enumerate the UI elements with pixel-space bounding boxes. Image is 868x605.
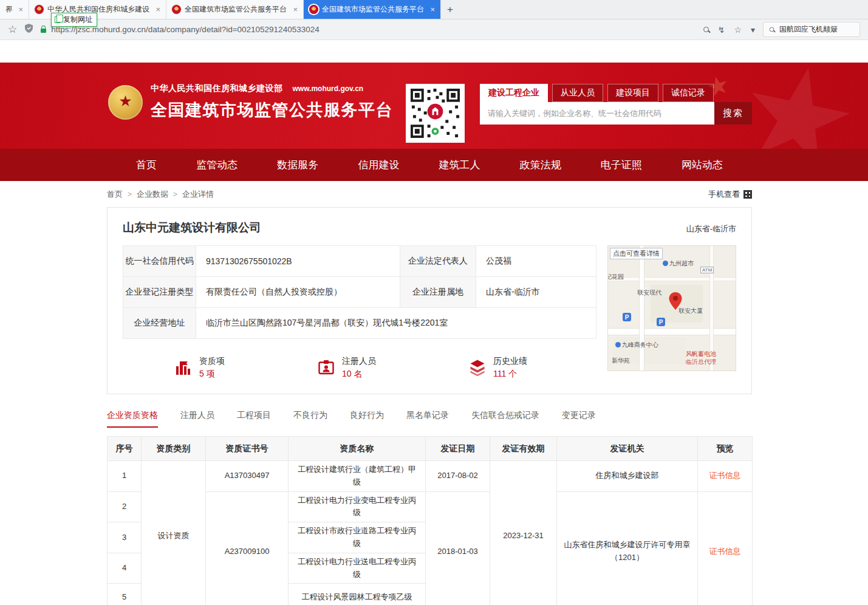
- stat-value: 10 名: [342, 367, 376, 380]
- cell-preview: 证书信息: [698, 491, 753, 605]
- map-label-xinhuayuan: 新华苑: [612, 357, 630, 365]
- platform-title: 全国建筑市场监管公共服务平台: [151, 99, 393, 121]
- company-name: 山东中元建筑设计有限公司: [123, 220, 261, 236]
- map-hint-label: 点击可查看详情: [610, 248, 663, 259]
- layers-icon: [468, 358, 487, 377]
- tab-title: 全国建筑市场监管公共服务平台: [322, 4, 426, 15]
- nav-item-workers[interactable]: 建筑工人: [439, 158, 480, 172]
- certificate-info-link[interactable]: 证书信息: [709, 471, 741, 480]
- col-category: 资质类别: [142, 437, 206, 461]
- search-button[interactable]: 搜索: [714, 102, 752, 125]
- browser-tab-jzsc-1[interactable]: 全国建筑市场监管公共服务平台 ×: [166, 0, 304, 19]
- stat-registered-personnel[interactable]: 注册人员 10 名: [317, 355, 376, 380]
- poi-dot-icon: [615, 342, 621, 347]
- browser-search-box[interactable]: 国航回应飞机颠簸: [763, 22, 860, 37]
- tab-registered-personnel[interactable]: 注册人员: [180, 410, 214, 428]
- nav-item-home[interactable]: 首页: [136, 158, 157, 172]
- chevron-down-icon[interactable]: ▾: [751, 26, 755, 34]
- cell-seq: 4: [108, 553, 142, 584]
- nav-item-data-service[interactable]: 数据服务: [277, 158, 318, 172]
- tab-close-icon[interactable]: ×: [18, 5, 23, 14]
- tab-good-behavior[interactable]: 良好行为: [350, 410, 384, 428]
- tab-blacklist[interactable]: 黑名单记录: [406, 410, 449, 428]
- stat-qualifications[interactable]: 资质项 5 项: [174, 355, 225, 380]
- copy-url-tooltip[interactable]: 复制网址: [51, 13, 97, 27]
- breadcrumb-home[interactable]: 首页: [107, 189, 123, 200]
- tab-dishonesty-records[interactable]: 失信联合惩戒记录: [471, 410, 539, 428]
- cell-valid-until: 2023-12-31: [490, 461, 557, 605]
- map-road: [608, 329, 736, 335]
- header-search-area: 建设工程企业 从业人员 建设项目 诚信记录 搜索: [480, 84, 752, 125]
- stat-label: 历史业绩: [493, 355, 527, 367]
- building-icon: [174, 358, 193, 377]
- browser-tab-partial[interactable]: 界 ×: [0, 0, 29, 19]
- cell-cert-no: A237009100: [206, 491, 289, 605]
- reg-type-label: 企业登记注册类型: [123, 277, 196, 308]
- company-info-table: 统一社会信用代码 91371302675501022B 企业法定代表人 公茂福 …: [123, 245, 596, 339]
- tab-close-icon[interactable]: ×: [293, 5, 298, 14]
- legal-rep-label: 企业法定代表人: [400, 246, 476, 277]
- bookmark-star-icon[interactable]: ☆: [8, 24, 17, 35]
- new-tab-button[interactable]: +: [441, 0, 459, 19]
- favorite-star-icon[interactable]: ☆: [734, 26, 742, 34]
- stat-historical-performance[interactable]: 历史业绩 111 个: [468, 355, 527, 380]
- tab-close-icon[interactable]: ×: [155, 5, 160, 14]
- breadcrumb-company-data[interactable]: 企业数据: [137, 189, 168, 200]
- shield-icon[interactable]: [25, 24, 33, 35]
- tab-bad-behavior[interactable]: 不良行为: [293, 410, 327, 428]
- search-category-tabs: 建设工程企业 从业人员 建设项目 诚信记录: [480, 84, 752, 102]
- company-stats: 资质项 5 项 注册人员 10 名 历史业绩 111 个: [174, 355, 596, 380]
- breadcrumb-separator: >: [173, 190, 177, 199]
- browser-tab-jzsc-active[interactable]: 全国建筑市场监管公共服务平台 ×: [304, 0, 441, 19]
- address-bar-actions: ↯ ☆ ▾: [703, 26, 755, 34]
- tab-qualifications[interactable]: 企业资质资格: [107, 410, 158, 428]
- company-detail-card: 山东中元建筑设计有限公司 山东省-临沂市 统一社会信用代码 9137130267…: [107, 207, 752, 394]
- cell-name: 工程设计电力行业变电工程专业丙级: [289, 491, 426, 522]
- gov-favicon-icon: [35, 5, 44, 14]
- zoom-icon[interactable]: [703, 27, 709, 32]
- search-tab-credit[interactable]: 诚信记录: [663, 84, 714, 102]
- nav-item-supervision[interactable]: 监管动态: [196, 158, 238, 172]
- detail-tab-bar: 企业资质资格 注册人员 工程项目 不良行为 良好行为 黑名单记录 失信联合惩戒记…: [107, 410, 752, 428]
- nav-item-policy[interactable]: 政策法规: [520, 158, 561, 172]
- tab-title: 界: [5, 4, 15, 15]
- nav-item-e-license[interactable]: 电子证照: [601, 158, 642, 172]
- url-field[interactable]: https://jzsc.mohurd.gov.cn/data/company/…: [41, 25, 695, 34]
- cell-name: 工程设计风景园林工程专项乙级: [289, 584, 426, 605]
- search-tab-project[interactable]: 建设项目: [607, 84, 658, 102]
- stat-label: 资质项: [199, 355, 225, 367]
- map-label-lianan-tower: 联安大厦: [678, 307, 703, 315]
- company-location-map[interactable]: 点击可查看详情 九州超市 ATM 纪花园 联安现代 联安大厦 九峰商务中心 新华…: [607, 245, 736, 371]
- credit-code-label: 统一社会信用代码: [123, 246, 196, 277]
- cell-name: 工程设计电力行业送电工程专业丙级: [289, 553, 426, 584]
- keyword-search-input[interactable]: [480, 102, 714, 125]
- breadcrumb-separator: >: [128, 190, 132, 199]
- browser-tab-mohurd[interactable]: 中华人民共和国住房和城乡建设 ×: [29, 0, 166, 19]
- address-label: 企业经营地址: [123, 308, 196, 339]
- nav-item-credit[interactable]: 信用建设: [358, 158, 399, 172]
- map-label-supermarket: 九州超市: [663, 259, 694, 268]
- cell-issue-date: 2017-08-02: [426, 461, 490, 492]
- poi-dot-icon: [663, 261, 668, 266]
- search-tab-personnel[interactable]: 从业人员: [552, 84, 603, 102]
- certificate-info-link[interactable]: 证书信息: [709, 547, 741, 556]
- col-authority: 发证机关: [557, 437, 698, 461]
- col-preview: 预览: [698, 437, 753, 461]
- mobile-view-button[interactable]: 手机查看: [708, 189, 752, 200]
- id-badge-icon: [317, 358, 335, 377]
- search-tab-enterprise[interactable]: 建设工程企业: [480, 84, 548, 102]
- tab-projects[interactable]: 工程项目: [237, 410, 271, 428]
- breadcrumb-row: 首页 > 企业数据 > 企业详情 手机查看: [107, 189, 752, 200]
- gov-favicon-icon: [309, 5, 318, 14]
- flash-extension-icon[interactable]: ↯: [718, 26, 725, 34]
- cell-issue-date: 2018-01-03: [426, 491, 490, 605]
- site-brand: ★ 中华人民共和国住房和城乡建设部 www.mohurd.gov.cn 全国建筑…: [108, 83, 393, 121]
- breadcrumb-company-detail[interactable]: 企业详情: [182, 189, 214, 200]
- parking-icon: P: [657, 318, 665, 326]
- cell-seq: 3: [108, 522, 142, 553]
- browser-address-bar: ☆ https://jzsc.mohurd.gov.cn/data/compan…: [0, 19, 868, 40]
- ministry-website: www.mohurd.gov.cn: [293, 84, 364, 93]
- tab-close-icon[interactable]: ×: [430, 5, 435, 14]
- tab-change-records[interactable]: 变更记录: [562, 410, 596, 428]
- nav-item-site-news[interactable]: 网站动态: [682, 158, 723, 172]
